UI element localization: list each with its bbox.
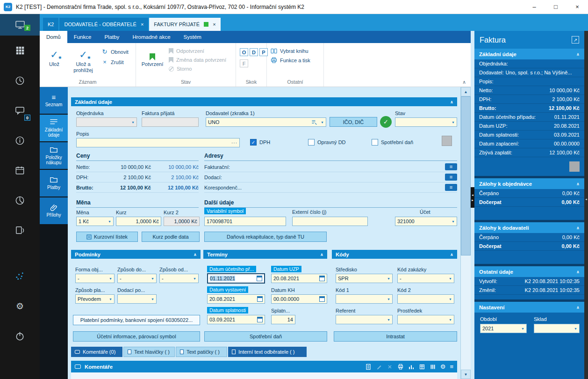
sidebar-item-messages[interactable]: 0	[0, 95, 40, 125]
dropdown-icon[interactable]: ▼	[386, 277, 390, 280]
kody-header[interactable]: Kódy∧	[332, 250, 457, 259]
datum-vystaveni-field[interactable]: 20.08.2021	[207, 294, 265, 304]
sidebar-item-phone[interactable]	[0, 215, 40, 245]
kurz-field[interactable]: 1,0000 Kč	[116, 217, 161, 226]
zpusob-od-field[interactable]: -▼	[159, 274, 199, 283]
select-book-button[interactable]: Vybrat knihu	[271, 48, 310, 54]
spotrebni-dan-button[interactable]: Spotřební daň	[204, 331, 327, 342]
datum-kh-field[interactable]: 00.00.0000	[271, 294, 327, 304]
section-header-zakladni[interactable]: Základní údaje∧	[474, 49, 584, 59]
calendar-icon[interactable]	[257, 276, 262, 281]
ucetni-informace-button[interactable]: Účetní informace, párovací symbol	[73, 331, 200, 342]
tab-text-hlavicky[interactable]: Text hlavičky ( )	[123, 347, 175, 357]
nav-item-platby[interactable]: Platby	[40, 170, 68, 197]
section-header-zalohy-objednavce[interactable]: Zálohy k objednávce∧	[474, 178, 584, 189]
dropdown-icon[interactable]: ▼	[108, 298, 112, 301]
dropdown-icon[interactable]: ▼	[130, 121, 135, 124]
danova-rekapitulace-button[interactable]: Daňová rekapitulace, typ daně TU	[204, 232, 327, 242]
faktura-prijata-field[interactable]	[142, 117, 199, 127]
kod-zakazky-field[interactable]: -▼	[397, 274, 454, 283]
sidebar-item-reports[interactable]	[0, 185, 40, 215]
gear-icon[interactable]: ⚙	[440, 364, 446, 370]
zpusob-platby-field[interactable]: Převodem▼	[75, 294, 115, 304]
nav-item-prilohy[interactable]: Přílohy	[40, 197, 68, 224]
maximize-button[interactable]: □	[545, 0, 566, 14]
dropdown-icon[interactable]: ▼	[520, 327, 524, 330]
address-menu-button[interactable]: ≡	[445, 163, 457, 170]
cancel-button[interactable]: ×Zrušit	[101, 58, 129, 66]
scroll-up-button[interactable]: ▲	[461, 87, 471, 96]
platebni-podminky-button[interactable]: Platební podmínky, bankovní spojení 6030…	[73, 315, 200, 325]
close-button[interactable]: ×	[566, 0, 588, 14]
nav-item-zakladni-udaje[interactable]: Základní údaje	[40, 115, 68, 141]
collapse-ribbon-icon[interactable]: ∧	[462, 79, 466, 85]
calendar-icon[interactable]	[257, 296, 263, 302]
tab-close-icon[interactable]: ×	[213, 22, 215, 27]
popout-icon[interactable]: ↗	[572, 36, 579, 44]
sidebar-item-modules[interactable]	[0, 36, 40, 66]
scroll-track[interactable]	[461, 255, 471, 370]
sidebar-item-power[interactable]	[0, 321, 40, 351]
dropdown-icon[interactable]: ▼	[150, 277, 154, 280]
dph-checkbox[interactable]: ✓	[250, 139, 257, 146]
dropdown-icon[interactable]: ▼	[447, 318, 452, 321]
dropdown-icon[interactable]: ▼	[319, 121, 324, 124]
calendar-icon[interactable]	[319, 296, 325, 302]
variabilni-symbol-field[interactable]: 170098701	[204, 217, 286, 226]
dropdown-icon[interactable]: ▼	[447, 298, 452, 301]
datum-uzp-field[interactable]: 20.08.2021	[271, 274, 327, 283]
scroll-down-button[interactable]: ▼	[461, 370, 471, 379]
tab-faktury-prijate[interactable]: FAKTURY PŘIJATÉ ×	[149, 18, 220, 31]
opravny-dd-checkbox[interactable]	[308, 139, 315, 146]
obdobi-field[interactable]: 2021▼	[480, 324, 527, 333]
tab-k2[interactable]: K2	[43, 18, 58, 31]
columns-icon[interactable]	[430, 364, 436, 370]
ellipsis-button[interactable]: ···	[231, 140, 237, 146]
prostredek-field[interactable]: ▼	[397, 315, 454, 324]
scroll-thumb[interactable]	[461, 96, 471, 255]
collapse-left-icon[interactable]: ◄	[471, 194, 474, 197]
zpusob-do-field[interactable]: -▼	[117, 274, 157, 283]
dropdown-icon[interactable]: ▼	[450, 220, 455, 223]
ucet-field[interactable]: 321000▼	[395, 217, 457, 226]
dropdown-icon[interactable]: ▼	[386, 298, 390, 301]
dropdown-icon[interactable]: ▼	[107, 220, 111, 223]
kod1-field[interactable]: ▼	[336, 294, 393, 304]
chevron-up-icon[interactable]: ∧	[194, 252, 197, 257]
confirm-button[interactable]: Potvrzení	[140, 45, 165, 76]
functions-print-button[interactable]: Funkce a tisk	[271, 57, 310, 63]
new-document-icon[interactable]	[365, 364, 372, 370]
save-button[interactable]: ✓✱ Ulož	[43, 45, 65, 76]
splitter-handle[interactable]: ◄ ►	[471, 187, 474, 208]
menu-system[interactable]: Systém	[177, 31, 208, 43]
sidebar-item-history[interactable]	[0, 66, 40, 95]
dropdown-icon[interactable]: ▼	[150, 298, 154, 301]
panel-splitter[interactable]: ◄ ►	[471, 31, 474, 379]
print-icon[interactable]	[397, 364, 404, 370]
externi-cislo-field[interactable]	[292, 217, 368, 226]
spotrebni-dan-checkbox[interactable]	[372, 139, 378, 146]
nav-item-seznam[interactable]: ≡ Seznam	[40, 87, 68, 114]
refresh-button[interactable]: ↻Obnovit	[101, 48, 129, 55]
section-header-ostatni[interactable]: Ostatní údaje∧	[474, 266, 584, 277]
datum-splatnosti-field[interactable]: 03.09.2021	[207, 315, 265, 324]
kod2-field[interactable]: ▼	[397, 294, 454, 304]
chevron-up-icon[interactable]: ∧	[320, 252, 323, 257]
dodaci-podminky-field[interactable]: ▼	[117, 294, 157, 304]
splatnost-field[interactable]: 14	[271, 315, 295, 324]
sklad-field[interactable]: ▼	[534, 324, 580, 333]
menu-domu[interactable]: Domů	[40, 31, 67, 43]
dropdown-icon[interactable]: ▼	[192, 277, 196, 280]
tab-text-paticky[interactable]: Text patičky ( )	[176, 347, 227, 357]
chevron-up-icon[interactable]: ∧	[450, 252, 453, 257]
dodavatel-field[interactable]: UNO ▼	[206, 117, 326, 127]
jump-o-button[interactable]: O	[240, 48, 248, 56]
forma-obj-field[interactable]: -▼	[75, 274, 115, 283]
dropdown-icon[interactable]: ▼	[447, 277, 452, 280]
tab-komentare[interactable]: Komentáře (0)	[71, 347, 122, 357]
calendar-icon[interactable]	[319, 276, 325, 281]
kurzovni-listek-button[interactable]: Kurzovní lístek	[76, 232, 138, 242]
jump-d-button[interactable]: D	[250, 48, 258, 56]
nav-item-polozky-nakupu[interactable]: Položky nákupu	[40, 142, 68, 169]
stredisko-field[interactable]: SPR▼	[336, 274, 393, 283]
